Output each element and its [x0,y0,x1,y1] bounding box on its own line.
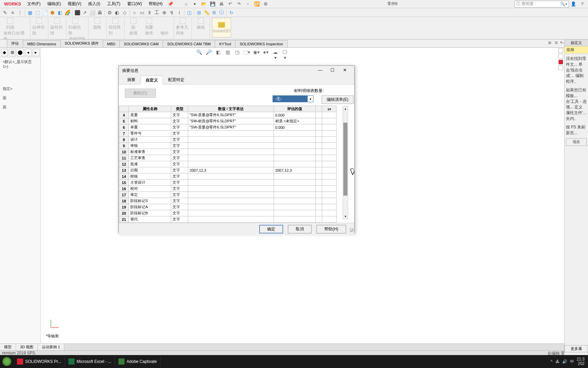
menu-view[interactable]: 视图(V) [64,1,85,7]
tree-tab-config-icon[interactable]: ⊞ [9,49,16,56]
appearance-icon[interactable]: ●▾ [262,49,269,56]
resize-grip[interactable] [349,228,354,232]
table-row[interactable]: 12批准文字 [119,161,337,167]
more-props-button[interactable]: 更多属 [565,345,588,352]
hide-show-icon[interactable]: ◉▾ [253,49,260,56]
tree-tab-display-icon[interactable]: ⬤ [17,49,23,56]
scroll-up-icon[interactable]: ▴ [343,106,348,111]
table-row[interactable]: 21替代文字 [119,216,337,223]
tb-icon[interactable]: ⬚ [34,9,41,16]
tree-node[interactable]: 面 [0,93,40,103]
tab-summary[interactable]: 摘要 [122,75,141,84]
rebuild-icon[interactable]: 🔁 [253,1,261,7]
table-row[interactable]: 4质量文字"SW-质量@零件6.SLDPRT"0.000 [119,112,337,118]
tb-icon[interactable]: ○ [131,9,138,16]
taskpane-tab-icon[interactable] [558,54,563,59]
tab-motion[interactable]: 运动算例 1 [38,344,64,350]
table-row[interactable]: 20阶段标记B文字 [119,210,337,216]
tb-icon[interactable]: 工 [153,9,161,16]
col-evaluated[interactable]: 评估的值 [274,106,316,112]
tb-icon[interactable]: ◧ [56,9,64,16]
options-icon[interactable]: ⚙ [262,1,270,7]
tb-icon[interactable]: ▭ [138,9,146,16]
menu-file[interactable]: 文件(F) [24,1,44,7]
taskbar-solidworks[interactable]: SOLIDWORKS Pr... [14,356,65,367]
table-row[interactable]: 13日期文字2007,12,32007,12,3 [119,167,337,173]
col-link[interactable]: ᔕ [322,106,337,112]
col-name[interactable]: 属性名称 [129,106,171,112]
close-icon[interactable]: ✕ [339,66,351,75]
tree-tab-next-icon[interactable]: ▸ [33,49,39,56]
tb-icon[interactable]: ◫ [185,9,193,16]
col-value[interactable]: 数值 / 文字表达 [188,106,274,112]
tb-icon[interactable]: ⬛ [74,9,81,16]
zoom-area-icon[interactable]: 🔎 [205,49,212,56]
zoom-fit-icon[interactable]: 🔍 [196,49,202,56]
tab-config-specific[interactable]: 配置特定 [163,75,190,84]
menu-edit[interactable]: 编辑(E) [44,1,64,7]
menu-window[interactable]: 窗口(W) [124,1,145,7]
tree-node[interactable]: 面 [0,103,40,112]
scene-icon[interactable]: ☁▾ [272,49,279,56]
col-type[interactable]: 类型 [171,106,188,112]
tab-sw-addin[interactable]: SOLIDWORKS 插件 [60,39,103,47]
tab-inspection[interactable]: SOLIDWORKS Inspection [235,40,288,47]
tb-icon[interactable]: ⬢ [49,9,56,16]
collapse-icon[interactable]: « [558,40,564,45]
tb-icon[interactable]: ◐ [113,9,121,16]
table-row[interactable]: 22图幅文字 [119,223,337,223]
tb-icon[interactable]: ⊕ [161,9,168,16]
menu-tools[interactable]: 工具(T) [104,1,124,7]
tree-tab-prev-icon[interactable]: ◂ [25,49,32,56]
open-icon[interactable]: 📂 [200,1,208,7]
menu-insert[interactable]: 插入(I) [85,1,103,7]
cancel-button[interactable]: 取消 [288,225,312,233]
table-row[interactable]: 9审核文字 [119,143,337,149]
tb-icon[interactable]: ▦ [26,9,34,16]
tb-icon[interactable]: ◇ [121,9,128,16]
tray-volume-icon[interactable]: 🔊 [562,359,567,364]
tray-ime[interactable]: 中 [570,359,574,365]
taskpane-apply[interactable]: 应用 [565,46,588,54]
bom-qty-select[interactable]: -无-▾ [273,95,313,102]
tree-node[interactable]: 指定> [0,84,40,93]
tb-icon[interactable]: ⓘ [218,9,225,16]
tb-icon[interactable]: Ⅱ [146,9,153,16]
taskpane-tab-icon[interactable] [558,48,563,53]
scroll-down-icon[interactable]: ▾ [343,214,348,219]
taskbar-excel[interactable]: Microsoft Excel - ... [65,356,115,367]
viewport-new-icon[interactable]: ⊞ [547,41,552,46]
prev-view-icon[interactable]: ◧ [215,49,222,56]
system-tray[interactable]: ^ 🖧 🔊 中 21:3202 [547,357,588,366]
section-icon[interactable]: ▥ [224,49,231,56]
tab-kytool[interactable]: KYTool [215,40,235,47]
redo-icon[interactable]: ↷ [235,1,243,7]
tray-chevron-icon[interactable]: ^ [551,359,553,364]
instant3d-button[interactable]: Instant3D [212,18,231,37]
tb-icon[interactable]: i [176,9,183,16]
maximize-icon[interactable]: ☐ [326,66,339,75]
table-row[interactable]: 7零件号文字 [119,131,337,137]
tab-mbd[interactable]: MBD [103,40,120,47]
table-row[interactable]: 10标准审查文字 [119,149,337,155]
edit-list-button[interactable]: 编辑清单(E) [322,95,354,104]
tb-icon[interactable]: 📄 [41,9,49,16]
tree-tab-feature-icon[interactable]: ◆ [1,49,8,56]
table-row[interactable]: 5材料文字"SW-材质@零件6.SLDPRT"材质 <未指定> [119,118,337,124]
tb-icon[interactable]: ⊞ [195,9,203,16]
view-orient-icon[interactable]: ◳ [234,49,241,56]
tab-cam[interactable]: SOLIDWORKS CAM [119,40,163,47]
pin-icon[interactable]: 📌 [167,1,174,7]
table-row[interactable]: 18阶段标记S文字 [119,198,337,204]
tree-node[interactable]: <默认>_显示状态 1>) [0,57,40,71]
new-icon[interactable]: ▾ [191,1,199,7]
tab-evaluate[interactable]: 评估 [7,39,23,47]
table-row[interactable]: 16校对文字 [119,186,337,192]
table-row[interactable]: 19阶段标记A文字 [119,204,337,210]
tb-icon[interactable]: 🌈 [64,9,71,16]
taskpane-tab-icon[interactable] [558,65,563,70]
tray-clock[interactable]: 21:3202 [577,357,585,366]
taskpane-tab-icon[interactable] [558,60,563,64]
delete-button[interactable]: 删除(D) [125,89,156,98]
table-row[interactable]: 14校核文字 [119,173,337,180]
